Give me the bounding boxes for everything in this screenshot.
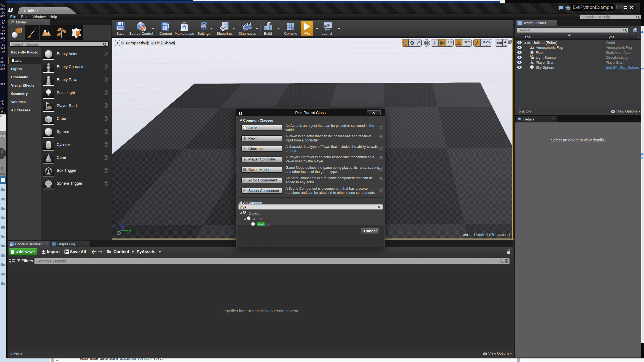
svg-text:X: X	[122, 226, 125, 230]
svg-text:u: u	[183, 26, 185, 29]
svg-text:Y: Y	[129, 229, 131, 233]
